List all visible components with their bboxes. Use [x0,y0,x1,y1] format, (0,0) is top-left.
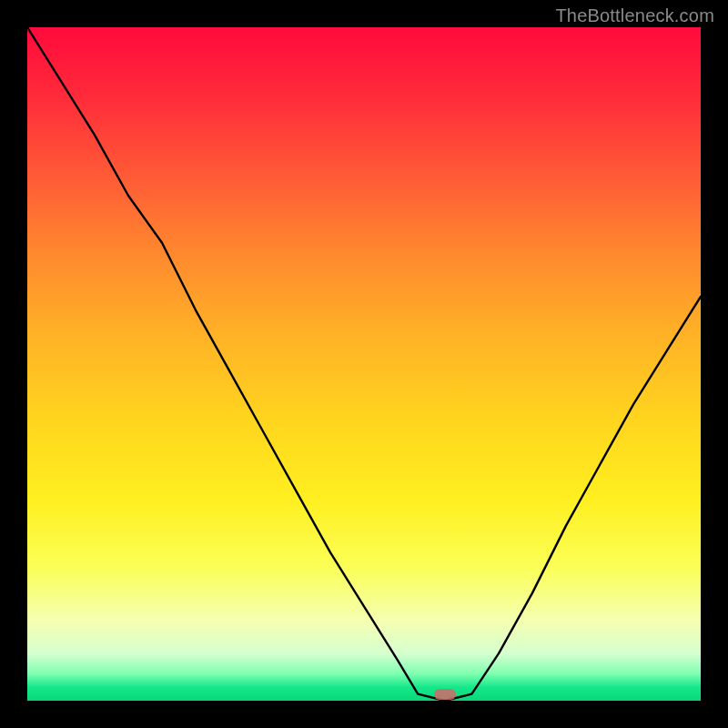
chart-frame: TheBottleneck.com [0,0,728,728]
optimum-marker [434,689,456,700]
bottleneck-curve [27,27,701,701]
watermark-text: TheBottleneck.com [555,5,714,26]
plot-area [27,27,701,701]
